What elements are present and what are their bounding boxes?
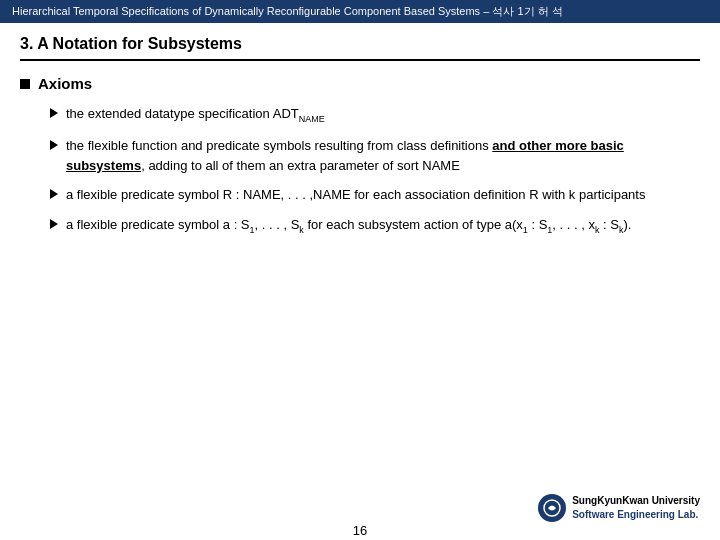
bullet-arrow-icon	[50, 140, 58, 150]
university-logo	[538, 494, 566, 522]
header-bar: Hierarchical Temporal Specifications of …	[0, 0, 720, 23]
department-name: Software Engineering Lab.	[572, 508, 700, 522]
bullet-text-2: the flexible function and predicate symb…	[66, 136, 700, 175]
axioms-heading: Axioms	[20, 75, 700, 92]
axioms-list: the extended datatype specification ADTN…	[50, 104, 700, 237]
list-item: a flexible predicate symbol a : S1, . . …	[50, 215, 700, 237]
bullet-text-3: a flexible predicate symbol R : NAME, . …	[66, 185, 700, 205]
bullet-arrow-icon	[50, 219, 58, 229]
bullet-arrow-icon	[50, 189, 58, 199]
logo-text: SungKyunKwan University Software Enginee…	[572, 494, 700, 522]
logo-icon	[543, 499, 561, 517]
page-number: 16	[353, 523, 367, 538]
section-divider	[20, 59, 700, 61]
logo-area: SungKyunKwan University Software Enginee…	[538, 494, 700, 522]
list-item: the flexible function and predicate symb…	[50, 136, 700, 175]
list-item: the extended datatype specification ADTN…	[50, 104, 700, 126]
bullet-text-4: a flexible predicate symbol a : S1, . . …	[66, 215, 700, 237]
bullet-text-1: the extended datatype specification ADTN…	[66, 104, 700, 126]
axioms-label: Axioms	[38, 75, 92, 92]
header-title: Hierarchical Temporal Specifications of …	[12, 5, 563, 17]
bullet-arrow-icon	[50, 108, 58, 118]
main-content: 3. A Notation for Subsystems Axioms the …	[0, 23, 720, 257]
university-name: SungKyunKwan University	[572, 494, 700, 508]
list-item: a flexible predicate symbol R : NAME, . …	[50, 185, 700, 205]
bold-underline-text: and other more basic subsystems	[66, 138, 624, 173]
section-title: 3. A Notation for Subsystems	[20, 35, 700, 53]
black-square-icon	[20, 79, 30, 89]
